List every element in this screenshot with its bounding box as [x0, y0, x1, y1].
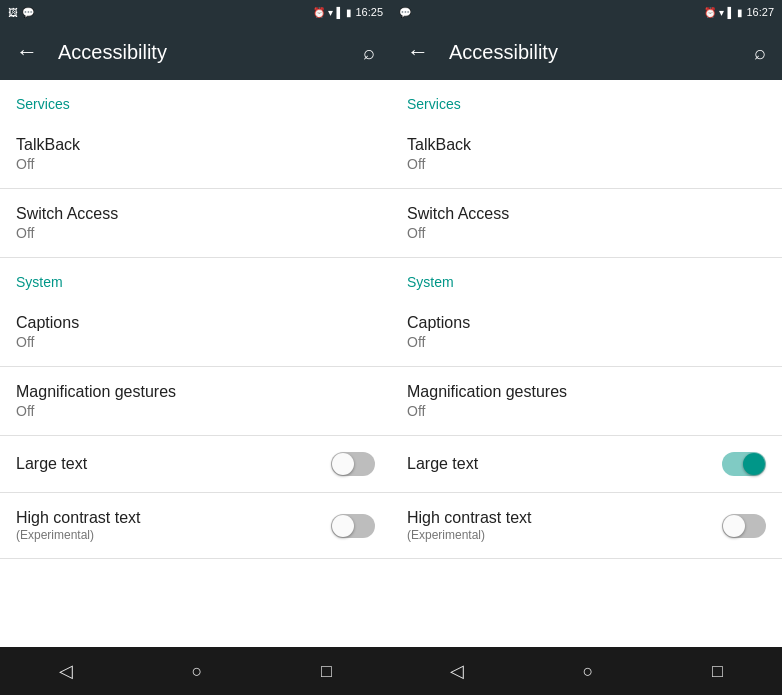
nav-home-right[interactable]: ○ — [567, 653, 610, 690]
talkback-item-left[interactable]: TalkBack Off — [0, 120, 391, 189]
talkback-text-right: TalkBack Off — [407, 136, 766, 172]
left-panel: 🖼 💬 ⏰ ▾ ▌ ▮ 16:25 ← Accessibility ⌕ Serv… — [0, 0, 391, 695]
wifi-icon-right: ▾ — [719, 7, 724, 18]
largetext-toggle-knob-right — [743, 453, 765, 475]
magnification-subtitle-left: Off — [16, 403, 375, 419]
nav-recent-left[interactable]: □ — [305, 653, 348, 690]
status-time-right: 16:27 — [746, 6, 774, 18]
captions-text-right: Captions Off — [407, 314, 766, 350]
search-button-left[interactable]: ⌕ — [363, 41, 375, 64]
status-time-left: 16:25 — [355, 6, 383, 18]
nav-back-left[interactable]: ◁ — [43, 652, 89, 690]
captions-title-right: Captions — [407, 314, 766, 332]
battery-icon-right: ▮ — [737, 7, 743, 18]
back-button-left[interactable]: ← — [16, 39, 38, 65]
largetext-toggle-right[interactable] — [722, 452, 766, 476]
status-icons-right: 💬 — [399, 7, 411, 18]
switchaccess-item-right[interactable]: Switch Access Off — [391, 189, 782, 258]
largetext-text-left: Large text — [16, 455, 331, 473]
switchaccess-subtitle-right: Off — [407, 225, 766, 241]
search-button-right[interactable]: ⌕ — [754, 41, 766, 64]
highcontrast-subtitle-right: (Experimental) — [407, 528, 722, 542]
nav-recent-right[interactable]: □ — [696, 653, 739, 690]
system-header-left: System — [0, 258, 391, 298]
captions-title-left: Captions — [16, 314, 375, 332]
switchaccess-title-left: Switch Access — [16, 205, 375, 223]
content-left: Services TalkBack Off Switch Access Off … — [0, 80, 391, 647]
nav-bar-right: ◁ ○ □ — [391, 647, 782, 695]
highcontrast-toggle-knob-right — [723, 515, 745, 537]
captions-subtitle-right: Off — [407, 334, 766, 350]
switchaccess-item-left[interactable]: Switch Access Off — [0, 189, 391, 258]
highcontrast-toggle-left[interactable] — [331, 514, 375, 538]
status-right-right: ⏰ ▾ ▌ ▮ 16:27 — [704, 6, 774, 18]
highcontrast-title-right: High contrast text — [407, 509, 722, 527]
talkback-subtitle-right: Off — [407, 156, 766, 172]
talkback-title-right: TalkBack — [407, 136, 766, 154]
status-icons-left: 🖼 💬 — [8, 7, 34, 18]
highcontrast-subtitle-left: (Experimental) — [16, 528, 331, 542]
nav-bar-left: ◁ ○ □ — [0, 647, 391, 695]
captions-text-left: Captions Off — [16, 314, 375, 350]
highcontrast-text-right: High contrast text (Experimental) — [407, 509, 722, 542]
largetext-item-left[interactable]: Large text — [0, 436, 391, 493]
alarm-icon: ⏰ — [313, 7, 325, 18]
magnification-text-right: Magnification gestures Off — [407, 383, 766, 419]
captions-subtitle-left: Off — [16, 334, 375, 350]
highcontrast-title-left: High contrast text — [16, 509, 331, 527]
page-title-left: Accessibility — [58, 41, 363, 64]
talkback-text-left: TalkBack Off — [16, 136, 375, 172]
whatsapp-icon-right: 💬 — [399, 7, 411, 18]
status-right-left: ⏰ ▾ ▌ ▮ 16:25 — [313, 6, 383, 18]
nav-back-right[interactable]: ◁ — [434, 652, 480, 690]
largetext-title-right: Large text — [407, 455, 722, 473]
right-panel: 💬 ⏰ ▾ ▌ ▮ 16:27 ← Accessibility ⌕ Servic… — [391, 0, 782, 695]
switchaccess-text-left: Switch Access Off — [16, 205, 375, 241]
largetext-toggle-knob-left — [332, 453, 354, 475]
highcontrast-text-left: High contrast text (Experimental) — [16, 509, 331, 542]
largetext-text-right: Large text — [407, 455, 722, 473]
system-header-right: System — [391, 258, 782, 298]
magnification-item-left[interactable]: Magnification gestures Off — [0, 367, 391, 436]
signal-icon-right: ▌ — [727, 7, 734, 18]
largetext-item-right[interactable]: Large text — [391, 436, 782, 493]
largetext-toggle-left[interactable] — [331, 452, 375, 476]
page-title-right: Accessibility — [449, 41, 754, 64]
highcontrast-toggle-right[interactable] — [722, 514, 766, 538]
magnification-title-right: Magnification gestures — [407, 383, 766, 401]
captions-item-left[interactable]: Captions Off — [0, 298, 391, 367]
whatsapp-status-icon: 💬 — [22, 7, 34, 18]
magnification-item-right[interactable]: Magnification gestures Off — [391, 367, 782, 436]
status-bar-left: 🖼 💬 ⏰ ▾ ▌ ▮ 16:25 — [0, 0, 391, 24]
magnification-text-left: Magnification gestures Off — [16, 383, 375, 419]
alarm-icon-right: ⏰ — [704, 7, 716, 18]
battery-icon: ▮ — [346, 7, 352, 18]
switchaccess-subtitle-left: Off — [16, 225, 375, 241]
talkback-title-left: TalkBack — [16, 136, 375, 154]
nav-home-left[interactable]: ○ — [176, 653, 219, 690]
status-bar-right: 💬 ⏰ ▾ ▌ ▮ 16:27 — [391, 0, 782, 24]
switchaccess-title-right: Switch Access — [407, 205, 766, 223]
services-header-right: Services — [391, 80, 782, 120]
app-bar-right: ← Accessibility ⌕ — [391, 24, 782, 80]
magnification-title-left: Magnification gestures — [16, 383, 375, 401]
largetext-title-left: Large text — [16, 455, 331, 473]
highcontrast-toggle-knob-left — [332, 515, 354, 537]
back-button-right[interactable]: ← — [407, 39, 429, 65]
services-header-left: Services — [0, 80, 391, 120]
magnification-subtitle-right: Off — [407, 403, 766, 419]
image-status-icon: 🖼 — [8, 7, 18, 18]
switchaccess-text-right: Switch Access Off — [407, 205, 766, 241]
wifi-icon: ▾ — [328, 7, 333, 18]
talkback-item-right[interactable]: TalkBack Off — [391, 120, 782, 189]
signal-icon: ▌ — [336, 7, 343, 18]
talkback-subtitle-left: Off — [16, 156, 375, 172]
highcontrast-item-left[interactable]: High contrast text (Experimental) — [0, 493, 391, 559]
highcontrast-item-right[interactable]: High contrast text (Experimental) — [391, 493, 782, 559]
captions-item-right[interactable]: Captions Off — [391, 298, 782, 367]
content-right: Services TalkBack Off Switch Access Off … — [391, 80, 782, 647]
app-bar-left: ← Accessibility ⌕ — [0, 24, 391, 80]
